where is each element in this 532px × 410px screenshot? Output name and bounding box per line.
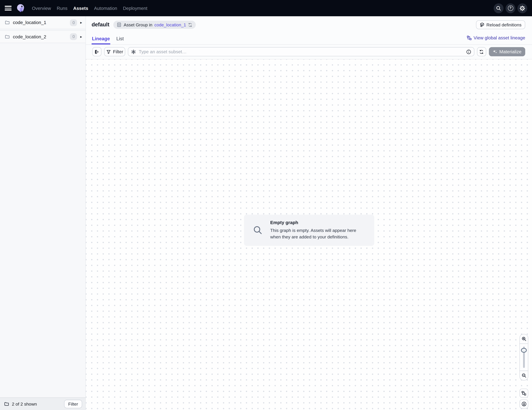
location-name: code_location_1 (13, 20, 46, 25)
download-icon (521, 401, 526, 407)
refresh-icon (479, 49, 484, 54)
asset-group-badge: Asset Group in code_location_1 (114, 21, 196, 29)
asset-subset-input[interactable] (128, 47, 474, 56)
empty-graph-title: Empty graph (270, 220, 367, 225)
chevron-right-icon[interactable]: ▸ (80, 34, 82, 39)
badge-prefix-label: Asset Group in (124, 22, 152, 27)
view-global-asset-lineage-label: View global asset lineage (474, 35, 525, 40)
op-selector-icon (131, 49, 136, 54)
graph-filter-label: Filter (113, 49, 123, 54)
view-global-asset-lineage-link[interactable]: View global asset lineage (467, 35, 525, 40)
sparkles-icon (493, 49, 497, 54)
top-nav: Overview Runs Assets Automation Deployme… (0, 0, 532, 16)
empty-graph-card: Empty graph This graph is empty. Assets … (244, 215, 374, 246)
fit-graph-button[interactable] (519, 389, 528, 398)
asset-group-icon (117, 22, 122, 27)
help-button[interactable]: ? (506, 3, 515, 13)
app-root: Overview Runs Assets Automation Deployme… (0, 0, 532, 410)
page-header: default Asset Group in code_location_1 (86, 16, 532, 31)
lineage-toolbar: Filter (86, 45, 532, 59)
shown-count-label: 2 of 2 shown (12, 401, 37, 407)
asset-count-badge: 0 (70, 33, 77, 40)
reload-cube-icon (480, 22, 484, 27)
lineage-graph-icon (467, 36, 472, 40)
gear-icon (519, 5, 525, 11)
primary-nav: Overview Runs Assets Automation Deployme… (32, 6, 147, 11)
refresh-icon[interactable] (188, 22, 192, 27)
asset-groups-sidebar: code_location_1 0 ▸ code_location_2 0 ▸ … (0, 16, 86, 410)
refresh-graph-button[interactable] (477, 47, 486, 56)
chevron-right-icon[interactable]: ▸ (80, 20, 82, 25)
nav-item-automation[interactable]: Automation (94, 6, 117, 11)
zoom-out-icon (521, 373, 526, 378)
zoom-slider[interactable] (520, 344, 528, 371)
materialize-label: Materialize (499, 49, 522, 54)
dagster-logo-icon[interactable] (16, 3, 26, 13)
zoom-out-button[interactable] (520, 371, 528, 380)
main-content: default Asset Group in code_location_1 (86, 16, 532, 410)
nav-item-overview[interactable]: Overview (32, 6, 51, 11)
zoom-in-button[interactable] (520, 334, 528, 344)
sidebar-empty-space (0, 43, 86, 397)
download-image-button[interactable] (519, 400, 528, 409)
sidebar-item-code-location-2[interactable]: code_location_2 0 ▸ (0, 30, 86, 43)
lineage-graph-canvas[interactable]: Empty graph This graph is empty. Assets … (86, 59, 532, 410)
search-button[interactable] (494, 3, 504, 13)
nav-item-deployment[interactable]: Deployment (123, 6, 147, 11)
nav-item-assets[interactable]: Assets (73, 6, 88, 11)
search-icon (496, 5, 502, 11)
lineage-graph-icon (522, 391, 526, 396)
funnel-icon (106, 49, 111, 54)
tab-lineage[interactable]: Lineage (92, 32, 110, 44)
nav-right-actions: ? (494, 3, 527, 13)
folder-icon (5, 34, 10, 39)
tabs-bar: Lineage List View global asset lineage (86, 31, 532, 45)
zoom-control-panel (519, 334, 528, 381)
menu-icon[interactable] (5, 6, 12, 10)
zoom-in-icon (521, 336, 526, 342)
code-location-link[interactable]: code_location_1 (154, 22, 186, 27)
materialize-button[interactable]: Materialize (489, 47, 525, 56)
empty-graph-message: This graph is empty. Assets will appear … (270, 227, 367, 240)
sidebar-filter-button[interactable]: Filter (64, 400, 82, 408)
folder-icon (5, 20, 10, 25)
zoom-slider-thumb[interactable] (521, 348, 527, 353)
info-icon[interactable] (466, 49, 471, 54)
asset-subset-input-wrap (128, 47, 474, 56)
reload-definitions-label: Reload definitions (486, 22, 522, 27)
magnifier-icon (253, 225, 263, 235)
page-title: default (92, 22, 109, 28)
tab-list[interactable]: List (116, 32, 124, 44)
folder-icon (4, 401, 9, 407)
location-name: code_location_2 (13, 34, 46, 39)
reload-definitions-button[interactable]: Reload definitions (476, 20, 525, 29)
nav-item-runs[interactable]: Runs (57, 6, 67, 11)
settings-button[interactable] (517, 3, 527, 13)
sidebar-footer: 2 of 2 shown Filter (0, 398, 86, 410)
graph-filter-button[interactable]: Filter (104, 47, 125, 56)
expand-panel-icon (95, 49, 99, 54)
empty-graph-text: Empty graph This graph is empty. Assets … (270, 220, 367, 240)
expand-panel-button[interactable] (92, 47, 101, 56)
asset-count-badge: 0 (70, 19, 77, 26)
sidebar-item-code-location-1[interactable]: code_location_1 0 ▸ (0, 16, 86, 29)
help-icon: ? (508, 5, 513, 11)
